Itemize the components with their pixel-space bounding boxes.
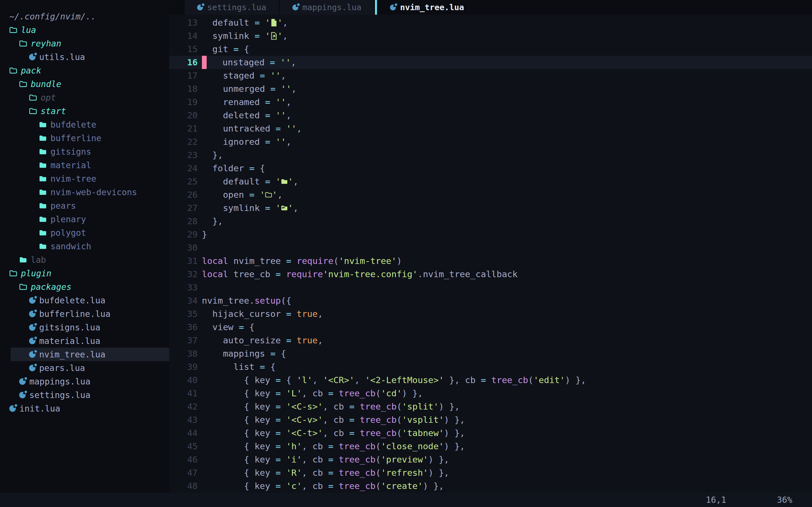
line-number: 43	[169, 413, 200, 427]
tree-item-sandwich[interactable]: sandwich	[0, 239, 169, 253]
code-line-16[interactable]: 16 unstaged = '',	[169, 56, 812, 69]
code-token	[354, 414, 360, 425]
tree-item-bufdelete.lua[interactable]: bufdelete.lua	[0, 293, 169, 307]
code-line-23[interactable]: 23 },	[169, 149, 812, 162]
code-token: =	[275, 441, 281, 451]
tree-item-label: plenary	[50, 214, 86, 224]
code-line-33[interactable]: 33	[169, 281, 812, 294]
code-token: ) },	[439, 401, 460, 411]
code-line-38[interactable]: 38 mappings = {	[169, 347, 812, 360]
code-line-42[interactable]: 42 { key = '<C-s>', cb = tree_cb('split'…	[169, 400, 812, 413]
tab-nvim_tree.lua[interactable]: nvim_tree.lua	[375, 0, 477, 15]
tree-item-material[interactable]: material	[0, 158, 169, 172]
code-token	[291, 335, 297, 345]
tree-item-pack[interactable]: pack	[0, 64, 169, 77]
code-line-35[interactable]: 35 hijack_cursor = true,	[169, 307, 812, 321]
tree-item-bufferline.lua[interactable]: bufferline.lua	[0, 307, 169, 321]
tree-item-bufferline[interactable]: bufferline	[0, 131, 169, 145]
folder-closed-icon	[39, 135, 47, 142]
tree-item-packages[interactable]: packages	[0, 280, 169, 293]
tree-item-nvim-tree[interactable]: nvim-tree	[0, 172, 169, 185]
tree-item-label: pack	[21, 66, 41, 75]
code-line-40[interactable]: 40 { key = { 'l', '<CR>', '<2-LeftMouse>…	[169, 374, 812, 387]
tree-item-polygot[interactable]: polygot	[0, 226, 169, 239]
code-token	[354, 428, 360, 438]
code-line-36[interactable]: 36 view = {	[169, 321, 812, 334]
code-line-20[interactable]: 20 deleted = '',	[169, 109, 812, 122]
tree-item-nvim_tree.lua[interactable]: nvim_tree.lua	[0, 348, 169, 361]
code-line-47[interactable]: 47 { key = 'R', cb = tree_cb('refresh') …	[169, 466, 812, 480]
code-line-32[interactable]: 32local tree_cb = require'nvim-tree.conf…	[169, 268, 812, 281]
code-line-30[interactable]: 30	[169, 241, 812, 255]
tree-item-utils.lua[interactable]: utils.lua	[0, 50, 169, 64]
code-token: {	[239, 44, 249, 54]
code-line-26[interactable]: 26 open = '',	[169, 188, 812, 202]
tree-item-bufdelete[interactable]: bufdelete	[0, 118, 169, 131]
tree-item-mappings.lua[interactable]: mappings.lua	[0, 375, 169, 388]
code-line-14[interactable]: 14 symlink = '',	[169, 29, 812, 43]
code-line-24[interactable]: 24 folder = {	[169, 162, 812, 175]
code-token: ) },	[565, 375, 586, 385]
code-token: tree_cb	[339, 454, 375, 464]
tree-item-opt[interactable]: opt	[0, 91, 169, 104]
tab-settings.lua[interactable]: settings.lua	[185, 0, 280, 15]
line-number: 18	[169, 82, 200, 96]
code-line-28[interactable]: 28 },	[169, 215, 812, 228]
lua-file-icon	[29, 351, 36, 358]
code-token: unmerged	[202, 83, 270, 94]
code-line-48[interactable]: 48 { key = 'c', cb = tree_cb('create') }…	[169, 480, 812, 493]
code-line-45[interactable]: 45 { key = 'h', cb = tree_cb('close_node…	[169, 440, 812, 453]
tree-item-bundle[interactable]: bundle	[0, 77, 169, 91]
code-line-13[interactable]: 13 default = '',	[169, 16, 812, 29]
code-line-37[interactable]: 37 auto_resize = true,	[169, 334, 812, 347]
code-token: { key	[202, 375, 275, 385]
lua-file-icon	[19, 392, 26, 398]
tree-item-gitsigns[interactable]: gitsigns	[0, 145, 169, 158]
line-number: 21	[169, 122, 200, 135]
code-token: =	[260, 70, 265, 80]
tree-item-settings.lua[interactable]: settings.lua	[0, 388, 169, 402]
tree-item-pears[interactable]: pears	[0, 199, 169, 212]
code-token: { key	[202, 388, 275, 398]
tree-item-gitsigns.lua[interactable]: gitsigns.lua	[0, 321, 169, 334]
tree-item-start[interactable]: start	[0, 104, 169, 118]
file-tree: ~/.config/nvim/..luareyhanutils.luapackb…	[0, 10, 169, 415]
code-line-17[interactable]: 17 staged = '',	[169, 69, 812, 82]
code-line-46[interactable]: 46 { key = 'i', cb = tree_cb('preview') …	[169, 453, 812, 466]
tree-item-nvim-web-devicons[interactable]: nvim-web-devicons	[0, 185, 169, 199]
code-line-27[interactable]: 27 symlink = '',	[169, 202, 812, 215]
code-line-43[interactable]: 43 { key = '<C-v>', cb = tree_cb('vsplit…	[169, 413, 812, 427]
tab-mappings.lua[interactable]: mappings.lua	[280, 0, 375, 15]
tree-item-label: lab	[31, 255, 46, 265]
code-buffer[interactable]: 13 default = '',14 symlink = '',15 git =…	[169, 15, 812, 493]
code-line-22[interactable]: 22 ignored = '',	[169, 135, 812, 149]
code-token: =	[328, 388, 334, 398]
code-line-34[interactable]: 34nvim_tree.setup({	[169, 294, 812, 307]
line-number: 19	[169, 96, 200, 109]
line-number: 13	[169, 16, 200, 29]
tree-item-plenary[interactable]: plenary	[0, 212, 169, 226]
tree-item-plugin[interactable]: plugin	[0, 267, 169, 280]
code-line-18[interactable]: 18 unmerged = '',	[169, 82, 812, 96]
code-line-25[interactable]: 25 default = '',	[169, 175, 812, 188]
code-line-31[interactable]: 31local nvim_tree = require('nvim-tree')	[169, 255, 812, 268]
code-line-29[interactable]: 29}	[169, 228, 812, 241]
code-line-44[interactable]: 44 { key = '<C-t>', cb = tree_cb('tabnew…	[169, 427, 812, 440]
tree-item-material.lua[interactable]: material.lua	[0, 334, 169, 348]
code-line-39[interactable]: 39 list = {	[169, 360, 812, 374]
lua-file-icon	[29, 365, 36, 371]
code-line-15[interactable]: 15 git = {	[169, 43, 812, 56]
tree-item-label: pears	[50, 201, 76, 211]
code-line-41[interactable]: 41 { key = 'L', cb = tree_cb('cd') },	[169, 387, 812, 400]
tree-item-.confignvim..[interactable]: ~/.config/nvim/..	[0, 10, 169, 23]
folder-open-icon	[29, 94, 37, 101]
tree-item-label: gitsigns	[50, 147, 91, 157]
tree-item-reyhan[interactable]: reyhan	[0, 37, 169, 50]
code-line-19[interactable]: 19 renamed = '',	[169, 96, 812, 109]
tree-item-init.lua[interactable]: init.lua	[0, 402, 169, 415]
tree-item-lab[interactable]: lab	[0, 253, 169, 267]
tree-item-lua[interactable]: lua	[0, 23, 169, 37]
tree-item-pears.lua[interactable]: pears.lua	[0, 361, 169, 375]
code-line-21[interactable]: 21 untracked = '',	[169, 122, 812, 135]
code-token: ,	[286, 110, 292, 120]
